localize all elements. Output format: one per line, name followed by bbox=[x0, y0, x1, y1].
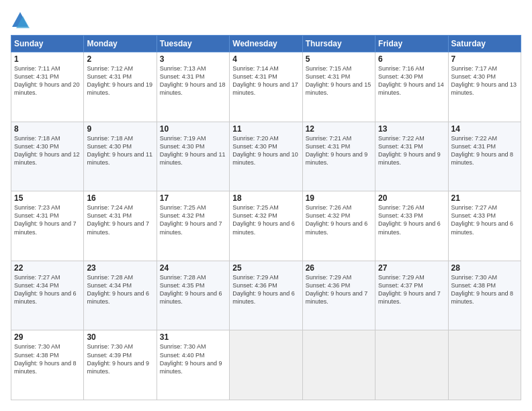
day-number: 23 bbox=[87, 263, 153, 273]
calendar-cell bbox=[448, 330, 521, 400]
calendar-cell bbox=[375, 330, 448, 400]
calendar-cell: 1 Sunrise: 7:11 AM Sunset: 4:31 PM Dayli… bbox=[11, 52, 84, 122]
day-number: 21 bbox=[451, 193, 518, 203]
col-header-wednesday: Wednesday bbox=[230, 36, 302, 52]
day-number: 25 bbox=[232, 263, 299, 273]
day-info: Sunrise: 7:18 AM Sunset: 4:30 PM Dayligh… bbox=[87, 134, 153, 167]
day-info: Sunrise: 7:22 AM Sunset: 4:31 PM Dayligh… bbox=[451, 134, 518, 167]
day-info: Sunrise: 7:25 AM Sunset: 4:32 PM Dayligh… bbox=[232, 203, 299, 236]
col-header-monday: Monday bbox=[84, 36, 157, 52]
col-header-tuesday: Tuesday bbox=[157, 36, 229, 52]
day-info: Sunrise: 7:28 AM Sunset: 4:34 PM Dayligh… bbox=[87, 273, 153, 306]
day-info: Sunrise: 7:14 AM Sunset: 4:31 PM Dayligh… bbox=[232, 64, 299, 97]
calendar-week-4: 22 Sunrise: 7:27 AM Sunset: 4:34 PM Dayl… bbox=[11, 261, 521, 330]
day-number: 4 bbox=[232, 54, 299, 64]
day-info: Sunrise: 7:21 AM Sunset: 4:31 PM Dayligh… bbox=[306, 134, 372, 167]
day-info: Sunrise: 7:16 AM Sunset: 4:30 PM Dayligh… bbox=[378, 64, 445, 97]
calendar-week-1: 1 Sunrise: 7:11 AM Sunset: 4:31 PM Dayli… bbox=[11, 52, 521, 122]
col-header-saturday: Saturday bbox=[448, 36, 521, 52]
day-number: 27 bbox=[378, 263, 445, 273]
col-header-thursday: Thursday bbox=[302, 36, 375, 52]
col-header-sunday: Sunday bbox=[11, 36, 84, 52]
calendar-cell: 30 Sunrise: 7:30 AM Sunset: 4:39 PM Dayl… bbox=[84, 330, 157, 400]
calendar-cell: 28 Sunrise: 7:30 AM Sunset: 4:38 PM Dayl… bbox=[448, 261, 521, 330]
day-number: 13 bbox=[378, 124, 445, 134]
day-info: Sunrise: 7:29 AM Sunset: 4:36 PM Dayligh… bbox=[306, 273, 372, 306]
calendar-cell: 22 Sunrise: 7:27 AM Sunset: 4:34 PM Dayl… bbox=[11, 261, 84, 330]
day-info: Sunrise: 7:30 AM Sunset: 4:38 PM Dayligh… bbox=[14, 342, 81, 375]
calendar-cell: 17 Sunrise: 7:25 AM Sunset: 4:32 PM Dayl… bbox=[157, 191, 229, 261]
calendar-cell: 29 Sunrise: 7:30 AM Sunset: 4:38 PM Dayl… bbox=[11, 330, 84, 400]
calendar-cell: 2 Sunrise: 7:12 AM Sunset: 4:31 PM Dayli… bbox=[84, 52, 157, 122]
day-info: Sunrise: 7:30 AM Sunset: 4:39 PM Dayligh… bbox=[87, 342, 153, 375]
calendar-cell: 31 Sunrise: 7:30 AM Sunset: 4:40 PM Dayl… bbox=[157, 330, 229, 400]
day-info: Sunrise: 7:30 AM Sunset: 4:40 PM Dayligh… bbox=[160, 342, 226, 375]
calendar-cell: 4 Sunrise: 7:14 AM Sunset: 4:31 PM Dayli… bbox=[230, 52, 302, 122]
calendar-cell: 13 Sunrise: 7:22 AM Sunset: 4:31 PM Dayl… bbox=[375, 122, 448, 191]
logo-icon bbox=[11, 11, 30, 30]
day-number: 8 bbox=[14, 124, 81, 134]
calendar-cell: 21 Sunrise: 7:27 AM Sunset: 4:33 PM Dayl… bbox=[448, 191, 521, 261]
day-number: 12 bbox=[306, 124, 372, 134]
day-number: 10 bbox=[160, 124, 226, 134]
day-info: Sunrise: 7:20 AM Sunset: 4:30 PM Dayligh… bbox=[232, 134, 299, 167]
calendar-cell: 20 Sunrise: 7:26 AM Sunset: 4:33 PM Dayl… bbox=[375, 191, 448, 261]
day-info: Sunrise: 7:27 AM Sunset: 4:34 PM Dayligh… bbox=[14, 273, 81, 306]
calendar-cell: 19 Sunrise: 7:26 AM Sunset: 4:32 PM Dayl… bbox=[302, 191, 375, 261]
day-info: Sunrise: 7:12 AM Sunset: 4:31 PM Dayligh… bbox=[87, 64, 153, 97]
calendar-cell: 23 Sunrise: 7:28 AM Sunset: 4:34 PM Dayl… bbox=[84, 261, 157, 330]
day-info: Sunrise: 7:26 AM Sunset: 4:32 PM Dayligh… bbox=[306, 203, 372, 236]
day-number: 11 bbox=[232, 124, 299, 134]
day-number: 26 bbox=[306, 263, 372, 273]
day-info: Sunrise: 7:22 AM Sunset: 4:31 PM Dayligh… bbox=[378, 134, 445, 167]
calendar-cell: 7 Sunrise: 7:17 AM Sunset: 4:30 PM Dayli… bbox=[448, 52, 521, 122]
calendar-week-2: 8 Sunrise: 7:18 AM Sunset: 4:30 PM Dayli… bbox=[11, 122, 521, 191]
calendar-week-3: 15 Sunrise: 7:23 AM Sunset: 4:31 PM Dayl… bbox=[11, 191, 521, 261]
day-number: 1 bbox=[14, 54, 81, 64]
day-number: 16 bbox=[87, 193, 153, 203]
calendar-header-row: SundayMondayTuesdayWednesdayThursdayFrid… bbox=[11, 36, 521, 52]
day-number: 18 bbox=[232, 193, 299, 203]
day-info: Sunrise: 7:17 AM Sunset: 4:30 PM Dayligh… bbox=[451, 64, 518, 97]
day-number: 2 bbox=[87, 54, 153, 64]
day-info: Sunrise: 7:15 AM Sunset: 4:31 PM Dayligh… bbox=[306, 64, 372, 97]
day-number: 30 bbox=[87, 332, 153, 342]
day-number: 28 bbox=[451, 263, 518, 273]
day-number: 14 bbox=[451, 124, 518, 134]
day-number: 3 bbox=[160, 54, 226, 64]
calendar-cell: 25 Sunrise: 7:29 AM Sunset: 4:36 PM Dayl… bbox=[230, 261, 302, 330]
day-info: Sunrise: 7:19 AM Sunset: 4:30 PM Dayligh… bbox=[160, 134, 226, 167]
calendar-cell: 5 Sunrise: 7:15 AM Sunset: 4:31 PM Dayli… bbox=[302, 52, 375, 122]
day-number: 7 bbox=[451, 54, 518, 64]
calendar-cell: 10 Sunrise: 7:19 AM Sunset: 4:30 PM Dayl… bbox=[157, 122, 229, 191]
calendar-cell: 14 Sunrise: 7:22 AM Sunset: 4:31 PM Dayl… bbox=[448, 122, 521, 191]
calendar-cell bbox=[230, 330, 302, 400]
calendar-cell: 26 Sunrise: 7:29 AM Sunset: 4:36 PM Dayl… bbox=[302, 261, 375, 330]
day-number: 17 bbox=[160, 193, 226, 203]
day-number: 24 bbox=[160, 263, 226, 273]
day-number: 5 bbox=[306, 54, 372, 64]
day-number: 20 bbox=[378, 193, 445, 203]
calendar-cell: 9 Sunrise: 7:18 AM Sunset: 4:30 PM Dayli… bbox=[84, 122, 157, 191]
day-number: 29 bbox=[14, 332, 81, 342]
calendar-cell: 15 Sunrise: 7:23 AM Sunset: 4:31 PM Dayl… bbox=[11, 191, 84, 261]
calendar-cell: 3 Sunrise: 7:13 AM Sunset: 4:31 PM Dayli… bbox=[157, 52, 229, 122]
day-info: Sunrise: 7:29 AM Sunset: 4:37 PM Dayligh… bbox=[378, 273, 445, 306]
calendar-cell: 16 Sunrise: 7:24 AM Sunset: 4:31 PM Dayl… bbox=[84, 191, 157, 261]
calendar-table: SundayMondayTuesdayWednesdayThursdayFrid… bbox=[11, 35, 521, 400]
day-number: 6 bbox=[378, 54, 445, 64]
day-number: 15 bbox=[14, 193, 81, 203]
calendar-cell: 24 Sunrise: 7:28 AM Sunset: 4:35 PM Dayl… bbox=[157, 261, 229, 330]
day-info: Sunrise: 7:13 AM Sunset: 4:31 PM Dayligh… bbox=[160, 64, 226, 97]
day-number: 19 bbox=[306, 193, 372, 203]
day-info: Sunrise: 7:25 AM Sunset: 4:32 PM Dayligh… bbox=[160, 203, 226, 236]
day-info: Sunrise: 7:26 AM Sunset: 4:33 PM Dayligh… bbox=[378, 203, 445, 236]
day-info: Sunrise: 7:27 AM Sunset: 4:33 PM Dayligh… bbox=[451, 203, 518, 236]
day-info: Sunrise: 7:30 AM Sunset: 4:38 PM Dayligh… bbox=[451, 273, 518, 306]
day-info: Sunrise: 7:18 AM Sunset: 4:30 PM Dayligh… bbox=[14, 134, 81, 167]
day-info: Sunrise: 7:29 AM Sunset: 4:36 PM Dayligh… bbox=[232, 273, 299, 306]
day-number: 9 bbox=[87, 124, 153, 134]
day-info: Sunrise: 7:23 AM Sunset: 4:31 PM Dayligh… bbox=[14, 203, 81, 236]
calendar-cell: 8 Sunrise: 7:18 AM Sunset: 4:30 PM Dayli… bbox=[11, 122, 84, 191]
day-number: 31 bbox=[160, 332, 226, 342]
